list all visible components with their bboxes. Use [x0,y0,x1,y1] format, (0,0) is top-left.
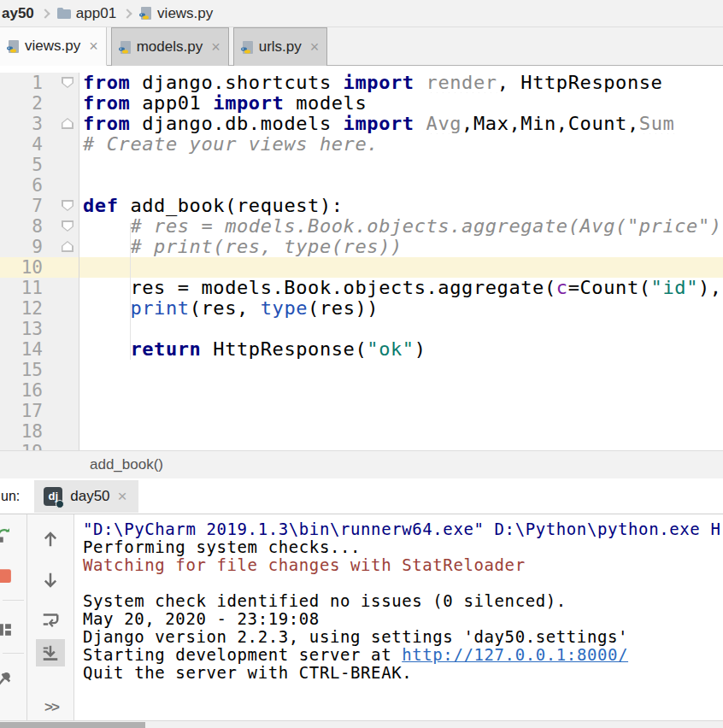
fold-column [43,278,79,298]
scrollbar-thumb[interactable] [0,722,145,728]
run-label: un: [1,489,20,504]
fold-column [43,319,79,339]
editor-gutter[interactable]: 9 [0,237,79,257]
fold-marker-icon[interactable] [62,200,73,211]
up-stack-icon[interactable] [41,530,60,549]
run-tab-day50[interactable]: dj day50 × [34,480,138,513]
code-line: 15 [0,360,723,380]
breadcrumb-item-views.py[interactable]: views.py [157,5,213,22]
current-function-label[interactable]: add_book() [90,456,163,473]
breadcrumb-item-app01[interactable]: app01 [76,5,116,22]
code-line: 7def add_book(request): [0,196,723,216]
more-chevrons-icon[interactable]: >> [44,699,58,716]
python-file-icon [240,40,255,55]
console-line: Starting development server at http://12… [83,646,723,664]
console-line: Django version 2.2.3, using settings 'da… [83,628,723,646]
editor-gutter[interactable]: 15 [0,360,79,380]
close-icon[interactable]: × [310,39,320,55]
folder-icon [56,7,72,20]
editor-gutter[interactable]: 11 [0,278,79,298]
line-number: 19 [0,442,43,450]
line-number: 9 [0,237,43,257]
code-line: 17 [0,401,723,421]
code-line: 19 [0,442,723,450]
tab-views.py[interactable]: views.py× [0,27,107,66]
fold-column [43,421,79,442]
editor-gutter[interactable]: 7 [0,196,79,216]
toolbar-separator [3,600,24,601]
code-editor[interactable]: 1from django.shortcuts import render, Ht… [0,66,723,450]
close-icon[interactable]: × [118,488,127,504]
line-number: 6 [0,175,43,196]
code-text: print(res, type(res)) [79,298,723,319]
editor-tab-bar: views.py×models.py×urls.py× [0,27,723,66]
editor-gutter[interactable]: 3 [0,114,79,134]
tab-models.py[interactable]: models.py× [111,27,229,66]
code-text: res = models.Book.objects.aggregate(c=Co… [79,278,723,298]
fold-column [43,298,79,319]
pin-icon[interactable] [0,670,14,689]
fold-marker-icon[interactable] [62,118,73,129]
console-line: System check identified no issues (0 sil… [83,592,723,610]
fold-column [43,155,79,175]
console-horizontal-scrollbar[interactable] [0,720,723,728]
editor-gutter[interactable]: 4 [0,134,79,155]
code-line: 13 [0,319,723,339]
editor-gutter[interactable]: 2 [0,93,79,114]
code-line: 8 # res = models.Book.objects.aggregate(… [0,216,723,237]
code-text [79,175,723,196]
console-line: "D:\PyCharm 2019.1.3\bin\runnerw64.exe" … [83,520,723,538]
code-line: 14 return HttpResponse("ok") [0,339,723,360]
code-line: 1from django.shortcuts import render, Ht… [0,73,723,93]
code-text [79,401,723,421]
fold-marker-icon[interactable] [62,77,73,88]
code-text [79,319,723,339]
down-stack-icon[interactable] [41,571,60,590]
close-icon[interactable]: × [211,39,220,55]
fold-marker-icon[interactable] [62,241,73,252]
editor-gutter[interactable]: 5 [0,155,79,175]
soft-wrap-icon[interactable] [41,610,60,629]
code-line: 18 [0,421,723,442]
server-link[interactable]: http://127.0.0.1:8000/ [402,645,628,664]
breadcrumb-item-ay50[interactable]: ay50 [2,5,34,22]
line-number: 15 [0,360,43,380]
editor-gutter[interactable]: 6 [0,175,79,196]
editor-gutter[interactable]: 13 [0,319,79,339]
run-console-output[interactable]: "D:\PyCharm 2019.1.3\bin\runnerw64.exe" … [74,514,723,720]
code-line: 5 [0,155,723,175]
fold-marker-icon[interactable] [62,220,73,232]
restore-layout-icon[interactable] [0,620,14,639]
code-line: 6 [0,175,723,196]
editor-gutter[interactable]: 8 [0,216,79,237]
line-number: 13 [0,319,43,339]
stop-icon[interactable] [0,567,14,585]
scroll-to-end-icon[interactable] [36,639,65,666]
editor-gutter[interactable]: 16 [0,380,79,401]
code-text: # res = models.Book.objects.aggregate(Av… [79,216,723,237]
editor-gutter[interactable]: 10 [0,257,79,278]
django-icon: dj [44,487,62,506]
line-number: 14 [0,339,43,360]
run-toolbar-left [0,514,27,720]
fold-column [43,73,79,93]
close-icon[interactable]: × [89,38,98,54]
editor-gutter[interactable]: 17 [0,401,79,421]
line-number: 7 [0,196,43,216]
line-number: 10 [0,257,43,278]
editor-gutter[interactable]: 12 [0,298,79,319]
fold-column [43,196,79,216]
run-tab-label: day50 [70,488,109,505]
line-number: 11 [0,278,43,298]
editor-gutter[interactable]: 14 [0,339,79,360]
rerun-icon[interactable] [0,525,14,544]
code-line: 11 res = models.Book.objects.aggregate(c… [0,278,723,298]
code-line: 9 # print(res, type(res)) [0,237,723,257]
fold-column [43,360,79,380]
editor-gutter[interactable]: 18 [0,421,79,442]
code-text: from django.db.models import Avg,Max,Min… [79,114,723,134]
tab-urls.py[interactable]: urls.py× [233,27,328,66]
editor-gutter[interactable]: 1 [0,73,79,93]
editor-gutter[interactable]: 19 [0,442,79,450]
fold-column [43,401,79,421]
